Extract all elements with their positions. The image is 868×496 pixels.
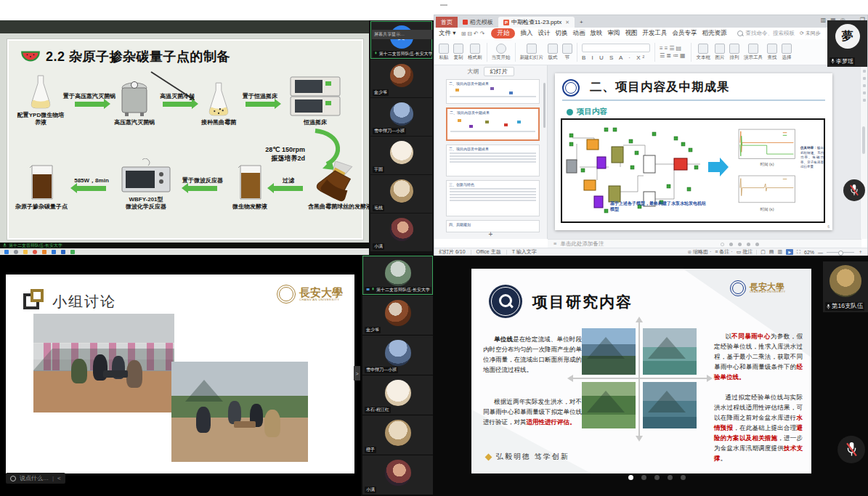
app-icon[interactable] — [42, 250, 46, 254]
participant-name: 第16支队伍 — [832, 302, 863, 311]
font-group[interactable]: B I U S A · X² — [582, 44, 650, 61]
start-button[interactable] — [4, 250, 9, 254]
command-search[interactable]: 查找命令、搜索模板 — [737, 30, 795, 37]
wechat-icon[interactable] — [70, 250, 75, 254]
find-button[interactable]: 查找 — [767, 44, 777, 61]
canvas-scrollbar[interactable] — [862, 126, 865, 154]
participant-tile[interactable]: 第十二支答辩队伍-长安大学 — [362, 256, 433, 295]
copy-button[interactable]: 复制 — [453, 44, 463, 61]
zoom-slider[interactable] — [827, 252, 854, 253]
select-button[interactable]: 选择 — [782, 44, 792, 61]
section-button[interactable]: 节 — [562, 44, 572, 61]
new-tab-button[interactable]: + — [575, 17, 588, 28]
menu-item[interactable]: 插入 — [520, 29, 532, 38]
squares-icon — [23, 289, 45, 311]
panel-tab-outline[interactable]: 大纲 — [468, 68, 479, 76]
participant-tile[interactable]: 金少爷 — [370, 60, 432, 97]
app-icon[interactable] — [61, 250, 65, 254]
participant-tile[interactable]: 雪中悍刀—小班 — [370, 98, 432, 136]
quick-access-icons[interactable]: ⊞⊟↶↷ — [461, 31, 487, 37]
present-tools-button[interactable]: 演示工具 — [744, 44, 763, 61]
arrange-button[interactable]: 排列 — [729, 44, 739, 61]
file-explorer-icon[interactable] — [23, 250, 28, 254]
slide-thumbnail-selected[interactable]: 6 二、项目内容及中期成果 — [446, 107, 540, 141]
menu-item[interactable]: 开发工具 — [642, 29, 667, 38]
new-slide-button[interactable]: 新建幻灯片 — [520, 44, 544, 61]
tab-document[interactable]: P中期检查11-23.pptx✕ — [498, 17, 575, 28]
participant-tile[interactable]: 橙子 — [362, 415, 433, 455]
view-normal-icon[interactable]: ▢ — [760, 249, 766, 255]
font-style-buttons[interactable]: B I U S A · X² — [582, 54, 650, 61]
participant-tile[interactable]: 毛桃 — [370, 175, 432, 213]
slide-thumbnail[interactable]: 7 二、项目内容及中期成果 — [446, 145, 540, 176]
paste-button[interactable]: 粘贴 — [439, 44, 449, 61]
current-slide[interactable]: 二、项目内容及中期成果 项目内容 — [555, 73, 832, 230]
taskbar[interactable] — [0, 248, 378, 255]
app-icon[interactable] — [52, 250, 56, 254]
menu-item[interactable]: 放映 — [590, 29, 602, 38]
menu-item[interactable]: 会员专享 — [672, 29, 697, 38]
search-icon[interactable] — [14, 250, 18, 254]
chat-input[interactable]: 说点什么… | < — [6, 473, 65, 484]
share-banner[interactable]: 第十二支答辩队伍-长安大学 — [0, 243, 375, 248]
panel-collapse-button[interactable]: > — [354, 366, 360, 381]
participant-tile[interactable]: 文 屏幕共享提示…◂◦ 第十二支答辩队伍-长安大学 — [370, 21, 432, 59]
add-slide-button[interactable]: + — [434, 230, 547, 238]
presentation-topbar — [0, 20, 369, 33]
window-drag-handle[interactable] — [440, 4, 447, 6]
tab-home[interactable]: 首页 — [436, 17, 458, 28]
view-read-icon[interactable]: ▥ — [777, 249, 782, 255]
comments-toggle[interactable]: ▭ 批注 — [737, 248, 753, 256]
floating-video-tile[interactable]: 第16支队伍 — [823, 261, 868, 312]
zoom-out-button[interactable]: — — [818, 250, 823, 255]
paragraph-group[interactable]: ≡≡☰▤☰≣≔▦ — [660, 45, 686, 60]
menu-item-start[interactable]: 开始 — [491, 28, 515, 38]
notes-toggle[interactable]: ≡ 备注 · — [715, 248, 732, 256]
slide-thumbnail[interactable]: 5 二、项目内容及中期成果 — [446, 79, 540, 104]
view-sorter-icon[interactable]: ▤ — [769, 249, 774, 255]
menu-item[interactable]: 审阅 — [607, 29, 620, 38]
font-name-select[interactable] — [582, 44, 650, 52]
format-painter-button[interactable]: 格式刷 — [468, 44, 482, 61]
close-tab-icon[interactable]: ✕ — [565, 20, 569, 25]
participant-tile[interactable]: 金少爷 — [362, 296, 433, 335]
avatar — [385, 460, 411, 486]
slide-dots[interactable] — [721, 243, 759, 246]
paragraph-validation: 根据近两年实际发生洪水，对不同暴雨中心和暴雨量级下拟定单位线进行验证，对其适用性… — [483, 397, 582, 427]
zoom-in-button[interactable]: ＋ — [858, 248, 863, 256]
floating-video-tile[interactable]: 夢 李梦瑶 — [827, 20, 867, 67]
emoji-icon[interactable] — [10, 476, 16, 481]
browser-icon[interactable] — [33, 250, 37, 254]
menu-file[interactable]: 文件 ▾ — [439, 29, 456, 38]
tab-template[interactable]: 稻壳模板 — [458, 17, 498, 28]
participant-tile[interactable]: 小满 — [370, 214, 432, 251]
fit-icon[interactable]: ⛶ — [797, 249, 800, 255]
slide-thumbnail[interactable]: 8 三、创新与特色 — [446, 180, 540, 216]
participant-tile[interactable]: 芋圆 — [370, 137, 432, 174]
menu-item[interactable]: 切换 — [555, 29, 567, 38]
mic-muted-icon[interactable] — [837, 436, 865, 463]
menu-item[interactable]: 动画 — [572, 29, 585, 38]
right-toolbar[interactable] — [860, 65, 867, 239]
sync-status[interactable]: ⟳ 未同步 — [800, 30, 821, 37]
layout-icon[interactable]: ▥ — [821, 17, 827, 23]
mic-muted-icon[interactable] — [843, 179, 865, 201]
thumbnail-toggle[interactable]: ⊙ 缩略图 · — [688, 248, 712, 256]
menu-item[interactable]: 视图 — [625, 29, 637, 38]
slide-pagination-dots[interactable] — [628, 475, 686, 480]
collapse-chat-icon[interactable]: < — [57, 475, 61, 481]
slideshow-play-button[interactable]: ▶ — [786, 249, 793, 255]
panel-scrollbar[interactable] — [543, 83, 545, 128]
participant-tile[interactable]: 小满 — [362, 455, 433, 495]
panel-tab-slides[interactable]: 幻灯片 — [484, 67, 514, 76]
participant-tile[interactable]: 雪中悍刀—小班 — [362, 336, 433, 375]
participant-tile[interactable]: 木石-程江红 — [362, 375, 433, 415]
notes-bar[interactable]: ≡ 单击此处添加备注 — [548, 239, 861, 248]
picture-button[interactable]: 图片 — [715, 44, 725, 61]
play-from-page-button[interactable]: 当页开始 — [492, 44, 511, 61]
menu-item[interactable]: 稻壳资源 — [702, 29, 726, 38]
menu-item[interactable]: 设计 — [538, 29, 550, 38]
layout-button[interactable]: 版式 — [548, 44, 558, 61]
avatar: 夢 — [835, 24, 860, 49]
textbox-button[interactable]: 文本框 — [696, 44, 710, 61]
